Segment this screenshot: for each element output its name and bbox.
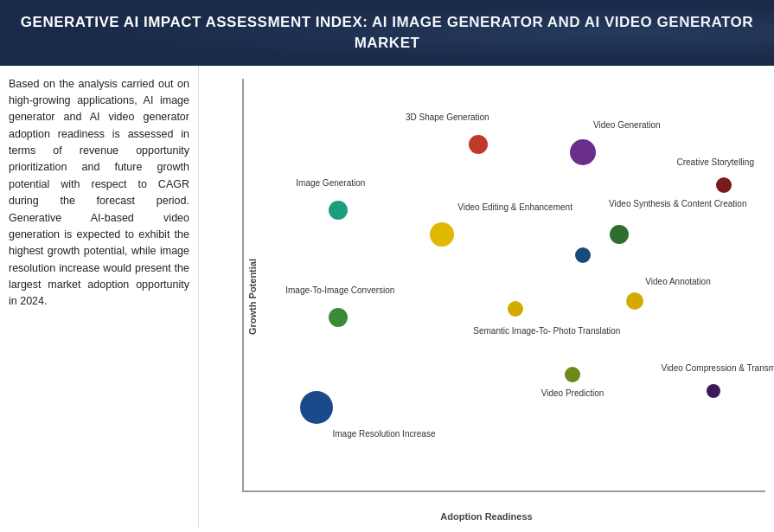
plot-area: Video Generation3D Shape GenerationImage… xyxy=(242,79,765,492)
header: GENERATIVE AI IMPACT ASSESSMENT INDEX: A… xyxy=(0,0,774,66)
bubble-semantic-image xyxy=(508,301,523,317)
bubble-3d-shape-generation xyxy=(469,135,488,154)
bubble-video-compression xyxy=(707,384,720,398)
bubble-label-video-synthesis: Video Synthesis & Content Creation xyxy=(609,198,746,209)
bubble-label-video-generation: Video Generation xyxy=(593,119,661,131)
bubble-image-to-image xyxy=(329,308,348,327)
chart-area: Growth Potential Adoption Readiness Vide… xyxy=(199,66,774,529)
bubble-label-image-generation: Image Generation xyxy=(296,177,365,189)
header-title: GENERATIVE AI IMPACT ASSESSMENT INDEX: A… xyxy=(21,14,753,51)
bubble-label-video-annotation: Video Annotation xyxy=(645,276,710,287)
bubble-navy-dot xyxy=(575,247,591,263)
bubble-label-semantic-image: Semantic Image-To- Photo Translation xyxy=(473,325,620,337)
bubble-image-resolution xyxy=(300,391,333,424)
bubble-video-editing xyxy=(430,222,454,247)
bubble-label-image-to-image: Image-To-Image Conversion xyxy=(285,285,394,296)
bubble-video-prediction xyxy=(565,367,580,382)
bubble-label-video-prediction: Video Prediction xyxy=(541,388,604,399)
x-axis-label: Adoption Readiness xyxy=(440,511,532,522)
bubble-image-generation xyxy=(329,201,348,220)
bubble-creative-storytelling xyxy=(716,177,732,193)
bubble-video-generation xyxy=(570,139,596,165)
description-text: Based on the analysis carried out on hig… xyxy=(9,78,189,308)
left-panel: Based on the analysis carried out on hig… xyxy=(0,66,199,529)
bubble-label-video-compression: Video Compression & Transmission xyxy=(661,362,774,374)
bubble-video-synthesis xyxy=(610,225,629,244)
bubble-label-video-editing: Video Editing & Enhancement xyxy=(457,202,573,213)
bubble-video-annotation xyxy=(626,292,643,310)
bubble-label-image-resolution: Image Resolution Increase xyxy=(333,428,436,439)
bubble-label-3d-shape-generation: 3D Shape Generation xyxy=(406,112,489,123)
bubble-label-creative-storytelling: Creative Storytelling xyxy=(676,157,753,168)
